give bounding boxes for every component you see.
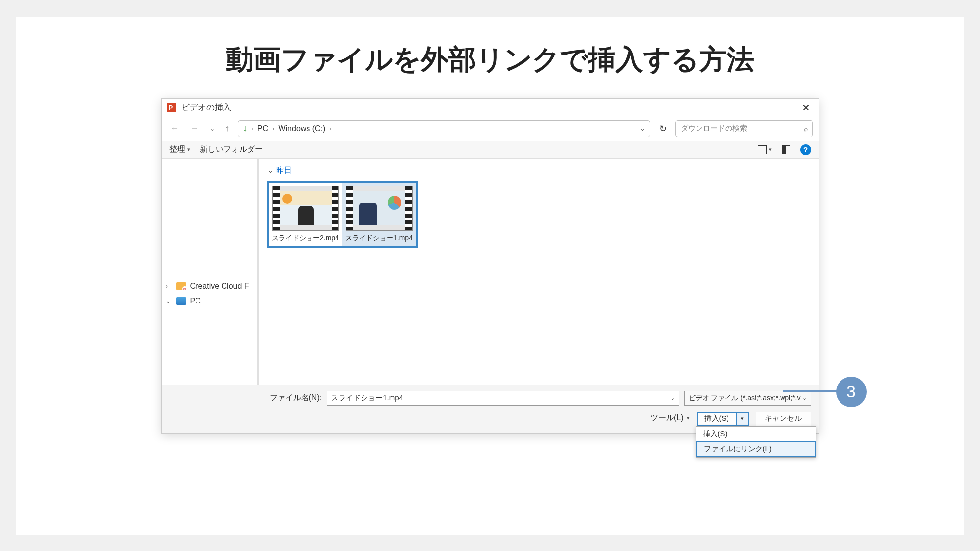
dialog-title: ビデオの挿入 bbox=[181, 102, 793, 113]
cancel-button[interactable]: キャンセル bbox=[756, 412, 811, 426]
menu-item-insert[interactable]: 挿入(S) bbox=[696, 427, 816, 441]
video-thumbnail bbox=[272, 186, 339, 231]
preview-pane-button[interactable] bbox=[782, 145, 790, 154]
file-name: スライドショー2.mp4 bbox=[272, 234, 339, 242]
slide-title: 動画ファイルを外部リンクで挿入する方法 bbox=[16, 41, 964, 79]
chevron-down-icon: ⌄ bbox=[268, 167, 273, 174]
insert-split-button[interactable]: 挿入(S) ▾ bbox=[697, 412, 749, 426]
filename-label: ファイル名(N): bbox=[270, 393, 322, 403]
sidebar-item-creative-cloud[interactable]: › Creative Cloud F bbox=[162, 279, 258, 294]
group-label: 昨日 bbox=[276, 165, 292, 176]
chevron-down-icon[interactable]: ⌄ bbox=[671, 395, 675, 401]
new-folder-button[interactable]: 新しいフォルダー bbox=[200, 144, 263, 155]
organize-label: 整理 bbox=[169, 144, 185, 155]
tools-menu[interactable]: ツール(L) ▾ bbox=[650, 413, 690, 423]
file-open-dialog: ビデオの挿入 ✕ ← → ⌄ ↑ ↓ › PC › Windows (C:) ›… bbox=[161, 98, 819, 434]
insert-dropdown-icon[interactable]: ▾ bbox=[736, 413, 748, 425]
pc-icon bbox=[176, 297, 186, 305]
organize-menu[interactable]: 整理 ▾ bbox=[169, 144, 190, 155]
search-placeholder: ダウンロードの検索 bbox=[681, 124, 800, 133]
group-header[interactable]: ⌄ 昨日 bbox=[268, 165, 811, 176]
file-item-selected[interactable]: スライドショー1.mp4 bbox=[342, 183, 416, 246]
chevron-down-icon: ⌄ bbox=[166, 297, 172, 304]
sidebar-divider bbox=[166, 276, 254, 276]
filename-input[interactable]: スライドショー1.mp4 ⌄ bbox=[327, 391, 679, 406]
toolbar: 整理 ▾ 新しいフォルダー ▾ ? bbox=[162, 141, 819, 159]
help-icon[interactable]: ? bbox=[800, 144, 811, 155]
close-icon[interactable]: ✕ bbox=[798, 102, 814, 113]
back-icon[interactable]: ← bbox=[168, 121, 182, 136]
menu-item-link-to-file[interactable]: ファイルにリンク(L) bbox=[696, 441, 816, 457]
chevron-down-icon: ▾ bbox=[187, 146, 190, 153]
dialog-footer: ファイル名(N): スライドショー1.mp4 ⌄ ビデオ ファイル (*.asf… bbox=[162, 385, 819, 433]
file-list-pane: ⌄ 昨日 スライドショー2.mp4 bbox=[257, 159, 819, 385]
sidebar: › Creative Cloud F ⌄ PC bbox=[162, 159, 259, 385]
view-mode-button[interactable]: ▾ bbox=[758, 145, 772, 154]
filename-value: スライドショー1.mp4 bbox=[331, 393, 670, 403]
callout-line bbox=[783, 390, 840, 392]
forward-icon[interactable]: → bbox=[187, 121, 202, 136]
filetype-combo[interactable]: ビデオ ファイル (*.asf;*.asx;*.wpl;*.v ⌄ bbox=[684, 391, 811, 406]
chevron-down-icon: ▾ bbox=[687, 415, 690, 421]
search-input[interactable]: ダウンロードの検索 ⌕ bbox=[675, 120, 813, 137]
up-icon[interactable]: ↑ bbox=[223, 121, 233, 136]
dialog-titlebar: ビデオの挿入 ✕ bbox=[162, 99, 819, 116]
address-bar[interactable]: ↓ › PC › Windows (C:) › ⌄ bbox=[238, 120, 650, 137]
chevron-right-icon: › bbox=[252, 125, 253, 132]
insert-dropdown-menu: 挿入(S) ファイルにリンク(L) bbox=[696, 426, 816, 458]
chevron-down-icon: ⌄ bbox=[802, 395, 807, 401]
breadcrumb-pc[interactable]: PC bbox=[257, 124, 268, 133]
file-selection: スライドショー2.mp4 スライドショー1.mp4 bbox=[267, 181, 418, 248]
file-name: スライドショー1.mp4 bbox=[345, 234, 413, 242]
breadcrumb-drive[interactable]: Windows (C:) bbox=[278, 124, 325, 133]
chevron-right-icon: › bbox=[329, 125, 331, 132]
insert-button-label[interactable]: 挿入(S) bbox=[698, 413, 736, 425]
video-thumbnail bbox=[346, 186, 413, 231]
chevron-right-icon: › bbox=[272, 125, 274, 132]
chevron-down-icon: ▾ bbox=[769, 146, 772, 153]
tools-label: ツール(L) bbox=[650, 413, 684, 423]
powerpoint-icon bbox=[167, 103, 176, 112]
view-list-icon bbox=[758, 145, 767, 154]
creative-cloud-icon bbox=[176, 282, 186, 290]
chevron-right-icon: › bbox=[166, 282, 172, 290]
sidebar-item-label: Creative Cloud F bbox=[190, 282, 249, 291]
recent-dropdown-icon[interactable]: ⌄ bbox=[207, 123, 218, 134]
filetype-value: ビデオ ファイル (*.asf;*.asx;*.wpl;*.v bbox=[689, 394, 801, 403]
navigation-row: ← → ⌄ ↑ ↓ › PC › Windows (C:) › ⌄ ↻ ダウンロ… bbox=[162, 116, 819, 141]
preview-pane-icon bbox=[782, 145, 790, 154]
chevron-down-icon[interactable]: ⌄ bbox=[640, 125, 645, 132]
download-arrow-icon: ↓ bbox=[243, 123, 248, 134]
search-icon: ⌕ bbox=[804, 125, 808, 133]
sidebar-item-pc[interactable]: ⌄ PC bbox=[162, 294, 258, 308]
file-item[interactable]: スライドショー2.mp4 bbox=[269, 183, 342, 246]
refresh-icon[interactable]: ↻ bbox=[655, 123, 671, 134]
callout-badge: 3 bbox=[836, 377, 867, 407]
sidebar-item-label: PC bbox=[190, 297, 201, 305]
